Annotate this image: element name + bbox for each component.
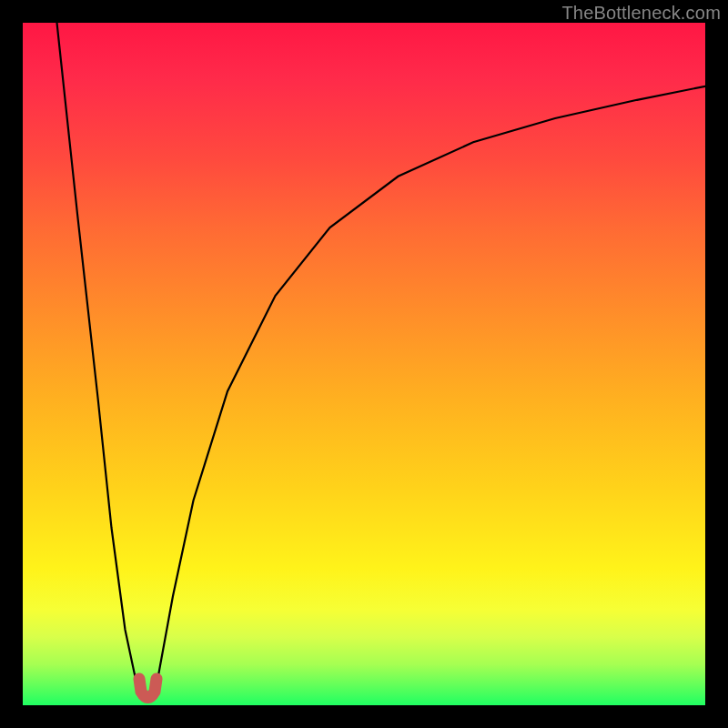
watermark-text: TheBottleneck.com: [561, 3, 721, 24]
plot-area: [23, 23, 705, 705]
curve-layer: [23, 23, 705, 705]
minimum-marker: [139, 679, 157, 698]
chart-frame: TheBottleneck.com: [0, 0, 728, 728]
bottleneck-curve: [57, 23, 706, 696]
